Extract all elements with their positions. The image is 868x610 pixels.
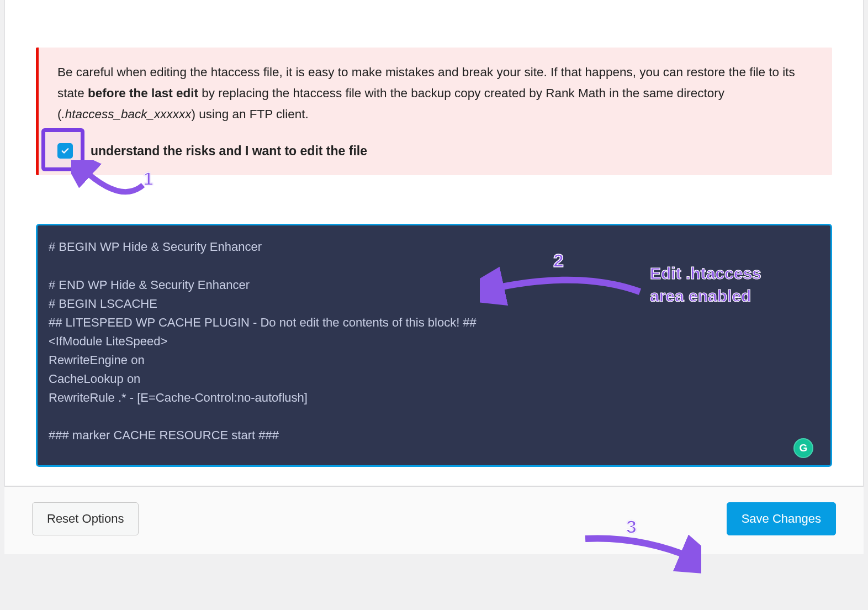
check-icon [60, 146, 70, 156]
warning-segment: ) using an FTP client. [192, 107, 309, 121]
warning-italic: .htaccess_back_xxxxxx [62, 107, 192, 121]
grammarly-icon[interactable]: G [793, 438, 813, 458]
consent-checkbox[interactable] [57, 143, 73, 159]
warning-text: Be careful when editing the htaccess fil… [57, 62, 813, 124]
warning-notice: Be careful when editing the htaccess fil… [36, 48, 832, 175]
consent-label: understand the risks and I want to edit … [91, 144, 367, 159]
reset-options-button[interactable]: Reset Options [32, 502, 139, 535]
settings-card: Be careful when editing the htaccess fil… [4, 0, 864, 486]
consent-row: understand the risks and I want to edit … [57, 143, 813, 159]
htaccess-editor[interactable] [36, 224, 832, 467]
footer-bar: Reset Options Save Changes [4, 486, 864, 554]
grammarly-letter: G [800, 442, 808, 454]
warning-bold: before the last edit [88, 86, 198, 100]
save-changes-button[interactable]: Save Changes [727, 502, 836, 535]
